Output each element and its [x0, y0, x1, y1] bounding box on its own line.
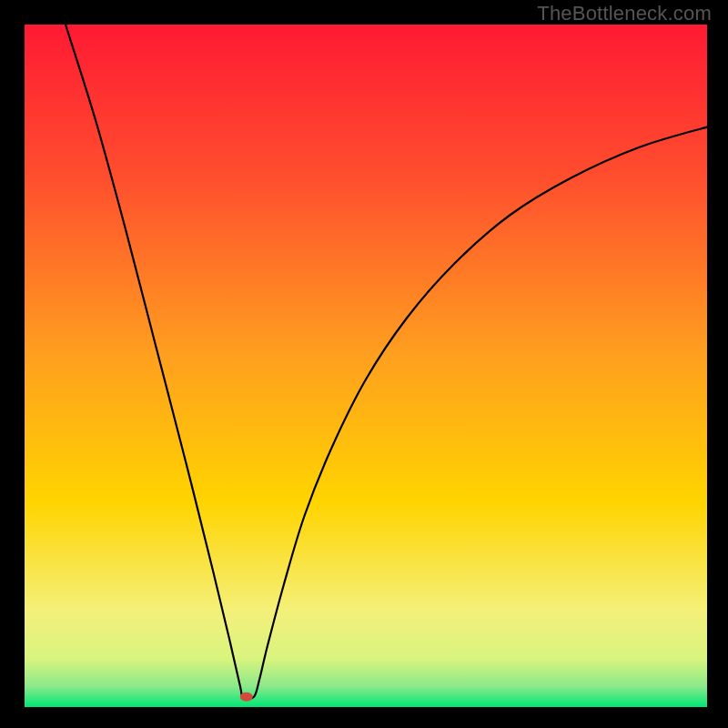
gradient-background	[25, 25, 707, 707]
chart-frame: TheBottleneck.com	[0, 0, 728, 728]
optimum-marker	[240, 693, 253, 702]
bottleneck-chart	[0, 0, 728, 728]
